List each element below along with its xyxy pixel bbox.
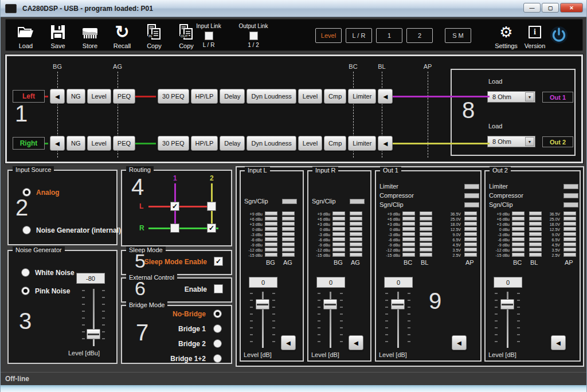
level-fader[interactable] <box>385 292 410 348</box>
block-level-button[interactable]: Level <box>298 89 322 104</box>
block-limiter-button[interactable]: Limiter <box>348 136 376 151</box>
load-impedance-select[interactable]: 8 Ohm▼ <box>487 136 535 147</box>
block-level-button[interactable]: Level <box>298 136 322 151</box>
dbu-scale-label: -6 dBu <box>242 237 263 242</box>
mute-button[interactable]: ◄ <box>551 335 566 350</box>
power-button[interactable] <box>549 25 569 45</box>
block-cmp-button[interactable]: Cmp <box>324 136 346 151</box>
block-30-peq-button[interactable]: 30 PEQ <box>158 136 189 151</box>
level-fader[interactable] <box>318 292 343 348</box>
bridge-option-radio-bridge-1[interactable] <box>213 324 222 333</box>
block-hp-lp-button[interactable]: HP/LP <box>191 89 218 104</box>
mute-button[interactable]: ◄ <box>281 335 296 350</box>
routing-checkbox-l-2[interactable] <box>207 202 216 211</box>
meter-segment <box>402 211 415 215</box>
routing-checkbox-r-2[interactable]: ✓ <box>207 224 216 233</box>
mute-button[interactable]: ◄ <box>378 136 393 151</box>
minimize-button[interactable]: — <box>523 3 541 13</box>
block-dyn-loudness-button[interactable]: Dyn Loudness <box>246 89 296 104</box>
bridge-option-radio-no-bridge[interactable] <box>213 309 222 318</box>
fader-handle[interactable] <box>87 329 100 339</box>
block-limiter-button[interactable]: Limiter <box>348 89 376 104</box>
meter-segment <box>402 227 415 231</box>
view-button-2[interactable]: 2 <box>406 28 433 43</box>
view-button-s-m[interactable]: S M <box>445 28 471 43</box>
limiter-led <box>464 184 479 189</box>
block-peq-button[interactable]: PEQ <box>113 89 135 104</box>
block-level-button[interactable]: Level <box>87 89 111 104</box>
mute-button[interactable]: ◄ <box>50 136 65 151</box>
input-source-noise-radio[interactable] <box>22 226 31 234</box>
close-button[interactable]: ✕ <box>560 3 583 13</box>
block-30-peq-button[interactable]: 30 PEQ <box>158 89 189 104</box>
block-hp-lp-button[interactable]: HP/LP <box>191 136 218 151</box>
window-bottom-border <box>1 385 586 392</box>
pink-noise-radio[interactable] <box>21 287 30 295</box>
mute-button[interactable]: ◄ <box>349 335 363 350</box>
meter-segment <box>512 232 525 236</box>
toolbar-button-save[interactable]: Save <box>45 22 71 49</box>
input-source-analog-radio[interactable] <box>22 188 31 197</box>
bridge-option-radio-bridge-2[interactable] <box>213 339 222 348</box>
dbu-scale-label: +6 dBu <box>242 217 263 222</box>
led-label-sgn-clip: Sgn/Clip <box>379 201 404 208</box>
mute-button[interactable]: ◄ <box>50 89 65 104</box>
routing-checkbox-l-1[interactable]: ✓ <box>170 202 179 211</box>
view-button-1[interactable]: 1 <box>376 28 402 43</box>
external-control-checkbox[interactable] <box>214 284 223 293</box>
mute-button[interactable]: ◄ <box>452 335 467 350</box>
level-value[interactable]: 0 <box>494 277 522 288</box>
volt-scale-label: 9.0V <box>535 232 560 237</box>
bridge-option-radio-bridge-1-2[interactable] <box>213 354 222 363</box>
block-delay-button[interactable]: Delay <box>220 89 245 104</box>
block-peq-button[interactable]: PEQ <box>113 136 135 151</box>
fader-handle[interactable] <box>391 299 405 309</box>
block-cmp-button[interactable]: Cmp <box>324 89 346 104</box>
toolbar-button-copy-in[interactable]: INCopy <box>141 22 167 49</box>
fader-handle[interactable] <box>323 299 337 309</box>
meter-segment <box>282 248 295 252</box>
input-link-checkbox[interactable] <box>205 32 213 40</box>
chain-output-line <box>393 96 490 97</box>
meter-segment <box>265 242 277 246</box>
version-button[interactable]: i Version <box>522 22 548 49</box>
dbu-scale-label: 0 dBu <box>377 227 400 232</box>
meter-segment <box>350 222 362 226</box>
fader-handle[interactable] <box>256 299 269 309</box>
view-button-level[interactable]: Level <box>315 28 342 43</box>
chevron-down-icon[interactable]: ▼ <box>525 92 534 101</box>
meter-segment <box>350 217 362 221</box>
meter-segment <box>265 232 277 236</box>
level-value[interactable]: 0 <box>316 277 345 288</box>
chain-row-right: Right◄NGLevelPEQ30 PEQHP/LPDelayDyn Loud… <box>13 135 490 151</box>
meter-segment <box>512 227 525 231</box>
output-link-checkbox[interactable] <box>249 32 258 40</box>
level-value[interactable]: 0 <box>384 277 413 288</box>
meter-segment <box>512 248 525 252</box>
fader-handle[interactable] <box>500 299 514 309</box>
meter-segment <box>282 222 295 226</box>
block-ng-button[interactable]: NG <box>66 136 85 151</box>
toolbar-button-store[interactable]: Store <box>77 22 103 49</box>
level-value[interactable]: 0 <box>249 277 277 288</box>
toolbar-button-load[interactable]: Load <box>13 22 39 49</box>
chevron-down-icon[interactable]: ▼ <box>525 137 534 146</box>
noise-level-fader[interactable] <box>82 289 105 346</box>
block-ng-button[interactable]: NG <box>66 89 85 104</box>
block-dyn-loudness-button[interactable]: Dyn Loudness <box>246 136 296 151</box>
maximize-button[interactable]: ▢ <box>542 3 559 13</box>
level-fader[interactable] <box>250 292 275 348</box>
sleep-mode-checkbox[interactable]: ✓ <box>214 257 223 266</box>
mute-button[interactable]: ◄ <box>378 89 393 104</box>
routing-checkbox-r-1[interactable] <box>170 224 179 233</box>
level-fader[interactable] <box>495 292 520 348</box>
load-impedance-select[interactable]: 8 Ohm▼ <box>487 91 535 103</box>
noise-level-value[interactable]: -80 <box>76 273 105 284</box>
block-level-button[interactable]: Level <box>87 136 111 151</box>
view-button-l-r[interactable]: L / R <box>346 28 372 43</box>
block-delay-button[interactable]: Delay <box>220 136 245 151</box>
settings-button[interactable]: ⚙ Settings <box>493 22 519 49</box>
toolbar-button-recall[interactable]: ↻Recall <box>109 22 135 49</box>
white-noise-radio[interactable] <box>21 268 30 277</box>
external-control-title: External Control <box>126 274 177 281</box>
